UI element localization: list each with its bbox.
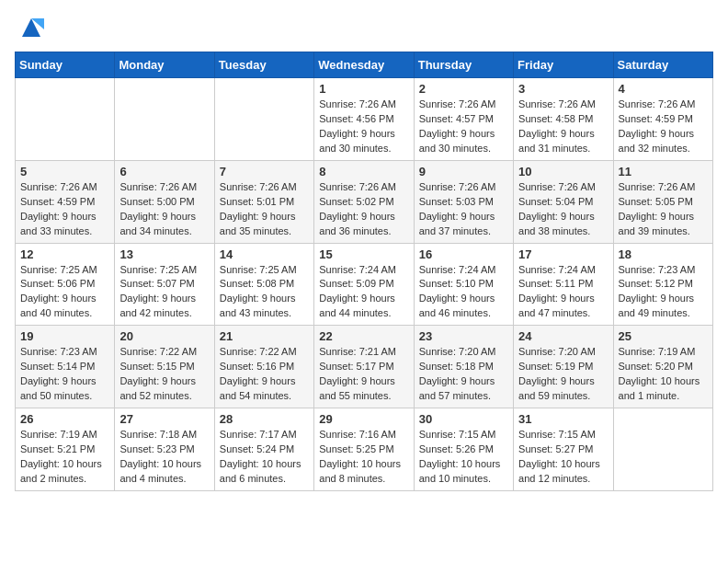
day-info: Sunrise: 7:15 AM Sunset: 5:27 PM Dayligh…	[518, 428, 608, 487]
day-info: Sunrise: 7:26 AM Sunset: 5:01 PM Dayligh…	[220, 180, 309, 239]
day-info: Sunrise: 7:22 AM Sunset: 5:15 PM Dayligh…	[119, 345, 209, 404]
calendar-day-11: 11Sunrise: 7:26 AM Sunset: 5:05 PM Dayli…	[613, 160, 712, 243]
day-info: Sunrise: 7:20 AM Sunset: 5:18 PM Dayligh…	[419, 345, 508, 404]
day-number: 1	[319, 82, 408, 96]
day-header-wednesday: Wednesday	[314, 52, 414, 78]
calendar-week-row: 19Sunrise: 7:23 AM Sunset: 5:14 PM Dayli…	[16, 326, 713, 408]
page-header	[15, 15, 713, 40]
calendar-day-18: 18Sunrise: 7:23 AM Sunset: 5:12 PM Dayli…	[613, 243, 712, 326]
day-header-tuesday: Tuesday	[214, 52, 313, 78]
day-info: Sunrise: 7:23 AM Sunset: 5:12 PM Dayligh…	[619, 263, 708, 322]
day-info: Sunrise: 7:25 AM Sunset: 5:07 PM Dayligh…	[119, 263, 209, 322]
calendar-day-24: 24Sunrise: 7:20 AM Sunset: 5:19 PM Dayli…	[514, 326, 613, 408]
calendar-week-row: 26Sunrise: 7:19 AM Sunset: 5:21 PM Dayli…	[16, 408, 713, 491]
day-info: Sunrise: 7:26 AM Sunset: 5:05 PM Dayligh…	[619, 180, 708, 239]
day-number: 18	[619, 247, 708, 261]
day-number: 11	[619, 165, 708, 178]
day-info: Sunrise: 7:25 AM Sunset: 5:08 PM Dayligh…	[220, 263, 309, 322]
day-info: Sunrise: 7:26 AM Sunset: 4:59 PM Dayligh…	[619, 98, 708, 156]
day-info: Sunrise: 7:18 AM Sunset: 5:23 PM Dayligh…	[119, 428, 209, 487]
calendar-table: SundayMondayTuesdayWednesdayThursdayFrid…	[15, 52, 713, 491]
day-header-saturday: Saturday	[613, 52, 712, 78]
calendar-day-13: 13Sunrise: 7:25 AM Sunset: 5:07 PM Dayli…	[115, 243, 214, 326]
logo-icon	[18, 15, 44, 40]
calendar-day-16: 16Sunrise: 7:24 AM Sunset: 5:10 PM Dayli…	[414, 243, 513, 326]
day-number: 4	[619, 82, 708, 96]
calendar-day-14: 14Sunrise: 7:25 AM Sunset: 5:08 PM Dayli…	[214, 243, 313, 326]
day-info: Sunrise: 7:15 AM Sunset: 5:26 PM Dayligh…	[419, 428, 508, 487]
day-info: Sunrise: 7:21 AM Sunset: 5:17 PM Dayligh…	[319, 345, 408, 404]
calendar-day-6: 6Sunrise: 7:26 AM Sunset: 5:00 PM Daylig…	[115, 160, 214, 243]
day-info: Sunrise: 7:17 AM Sunset: 5:24 PM Dayligh…	[220, 428, 309, 487]
day-number: 14	[220, 247, 309, 261]
calendar-day-31: 31Sunrise: 7:15 AM Sunset: 5:27 PM Dayli…	[514, 408, 613, 491]
calendar-week-row: 12Sunrise: 7:25 AM Sunset: 5:06 PM Dayli…	[16, 243, 713, 326]
day-info: Sunrise: 7:26 AM Sunset: 5:03 PM Dayligh…	[419, 180, 508, 239]
day-header-thursday: Thursday	[414, 52, 513, 78]
calendar-day-28: 28Sunrise: 7:17 AM Sunset: 5:24 PM Dayli…	[214, 408, 313, 491]
day-number: 27	[119, 412, 209, 426]
day-number: 29	[319, 412, 408, 426]
day-number: 24	[518, 329, 608, 343]
day-number: 17	[518, 247, 608, 261]
day-info: Sunrise: 7:23 AM Sunset: 5:14 PM Dayligh…	[20, 345, 109, 404]
day-number: 23	[419, 329, 508, 343]
day-number: 20	[119, 329, 209, 343]
day-header-monday: Monday	[115, 52, 214, 78]
calendar-day-17: 17Sunrise: 7:24 AM Sunset: 5:11 PM Dayli…	[514, 243, 613, 326]
day-number: 8	[319, 165, 408, 178]
calendar-day-8: 8Sunrise: 7:26 AM Sunset: 5:02 PM Daylig…	[314, 160, 414, 243]
day-number: 3	[518, 82, 608, 96]
day-number: 19	[20, 329, 109, 343]
day-number: 28	[220, 412, 309, 426]
calendar-day-5: 5Sunrise: 7:26 AM Sunset: 4:59 PM Daylig…	[16, 160, 115, 243]
calendar-day-7: 7Sunrise: 7:26 AM Sunset: 5:01 PM Daylig…	[214, 160, 313, 243]
calendar-day-12: 12Sunrise: 7:25 AM Sunset: 5:06 PM Dayli…	[16, 243, 115, 326]
day-number: 26	[20, 412, 109, 426]
calendar-day-26: 26Sunrise: 7:19 AM Sunset: 5:21 PM Dayli…	[16, 408, 115, 491]
day-number: 2	[419, 82, 508, 96]
day-number: 7	[220, 165, 309, 178]
day-number: 15	[319, 247, 408, 261]
day-number: 10	[518, 165, 608, 178]
calendar-week-row: 1Sunrise: 7:26 AM Sunset: 4:56 PM Daylig…	[16, 78, 713, 161]
day-info: Sunrise: 7:26 AM Sunset: 4:56 PM Dayligh…	[319, 98, 408, 156]
calendar-empty-cell	[214, 78, 313, 161]
day-info: Sunrise: 7:25 AM Sunset: 5:06 PM Dayligh…	[20, 263, 109, 322]
day-number: 12	[20, 247, 109, 261]
calendar-day-25: 25Sunrise: 7:19 AM Sunset: 5:20 PM Dayli…	[613, 326, 712, 408]
day-number: 22	[319, 329, 408, 343]
day-info: Sunrise: 7:26 AM Sunset: 5:02 PM Dayligh…	[319, 180, 408, 239]
calendar-empty-cell	[115, 78, 214, 161]
day-number: 13	[119, 247, 209, 261]
day-number: 21	[220, 329, 309, 343]
day-info: Sunrise: 7:26 AM Sunset: 5:00 PM Dayligh…	[119, 180, 209, 239]
day-info: Sunrise: 7:24 AM Sunset: 5:09 PM Dayligh…	[319, 263, 408, 322]
calendar-day-15: 15Sunrise: 7:24 AM Sunset: 5:09 PM Dayli…	[314, 243, 414, 326]
calendar-day-19: 19Sunrise: 7:23 AM Sunset: 5:14 PM Dayli…	[16, 326, 115, 408]
day-info: Sunrise: 7:26 AM Sunset: 5:04 PM Dayligh…	[518, 180, 608, 239]
day-info: Sunrise: 7:26 AM Sunset: 4:57 PM Dayligh…	[419, 98, 508, 156]
calendar-day-22: 22Sunrise: 7:21 AM Sunset: 5:17 PM Dayli…	[314, 326, 414, 408]
calendar-day-21: 21Sunrise: 7:22 AM Sunset: 5:16 PM Dayli…	[214, 326, 313, 408]
day-info: Sunrise: 7:24 AM Sunset: 5:11 PM Dayligh…	[518, 263, 608, 322]
day-number: 6	[119, 165, 209, 178]
day-number: 30	[419, 412, 508, 426]
calendar-empty-cell	[16, 78, 115, 161]
logo	[15, 15, 44, 40]
day-header-sunday: Sunday	[16, 52, 115, 78]
day-info: Sunrise: 7:16 AM Sunset: 5:25 PM Dayligh…	[319, 428, 408, 487]
day-number: 31	[518, 412, 608, 426]
day-info: Sunrise: 7:22 AM Sunset: 5:16 PM Dayligh…	[220, 345, 309, 404]
day-number: 16	[419, 247, 508, 261]
day-info: Sunrise: 7:19 AM Sunset: 5:21 PM Dayligh…	[20, 428, 109, 487]
calendar-empty-cell	[613, 408, 712, 491]
calendar-day-10: 10Sunrise: 7:26 AM Sunset: 5:04 PM Dayli…	[514, 160, 613, 243]
day-header-friday: Friday	[514, 52, 613, 78]
day-info: Sunrise: 7:26 AM Sunset: 4:59 PM Dayligh…	[20, 180, 109, 239]
day-number: 5	[20, 165, 109, 178]
day-info: Sunrise: 7:24 AM Sunset: 5:10 PM Dayligh…	[419, 263, 508, 322]
calendar-day-30: 30Sunrise: 7:15 AM Sunset: 5:26 PM Dayli…	[414, 408, 513, 491]
calendar-day-1: 1Sunrise: 7:26 AM Sunset: 4:56 PM Daylig…	[314, 78, 414, 161]
calendar-day-4: 4Sunrise: 7:26 AM Sunset: 4:59 PM Daylig…	[613, 78, 712, 161]
